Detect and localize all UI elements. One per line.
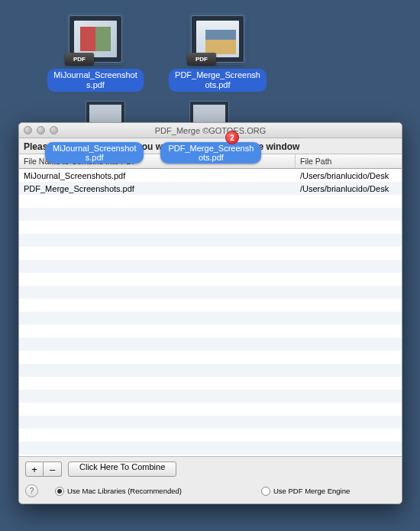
drag-label: MiJournal_Screenshot s.pdf <box>45 142 144 164</box>
radio-icon[interactable] <box>55 487 64 496</box>
drag-label: PDF_Merge_Screensh ots.pdf <box>160 142 261 164</box>
desktop-icons: PDF MiJournal_Screenshot s.pdf PDF PDF_M… <box>53 15 260 92</box>
radio-icon[interactable] <box>261 487 270 496</box>
cell-filepath: /Users/brianlucido/Desk <box>296 184 402 193</box>
table-body[interactable]: MiJournal_Screenshots.pdf /Users/brianlu… <box>19 169 402 457</box>
file-label: PDF_Merge_Screensh ots.pdf <box>169 69 267 92</box>
cell-filename: PDF_Merge_Screenshots.pdf <box>19 184 296 193</box>
radio-label: Use PDF Merge Engine <box>273 487 350 495</box>
desktop-file-mijournal[interactable]: PDF MiJournal_Screenshot s.pdf <box>53 15 137 92</box>
options-bar: ? Use Mac Libraries (Recommended) Use PD… <box>19 481 402 503</box>
drag-count-badge: 2 <box>225 131 239 144</box>
cell-filename: MiJournal_Screenshots.pdf <box>19 171 296 180</box>
radio-mac-libraries[interactable]: Use Mac Libraries (Recommended) <box>55 487 182 496</box>
remove-button[interactable]: – <box>44 461 62 477</box>
radio-pdf-engine[interactable]: Use PDF Merge Engine <box>261 487 350 496</box>
titlebar[interactable]: PDF_Merge ©GOTOES.ORG <box>19 123 402 138</box>
window-title: PDF_Merge ©GOTOES.ORG <box>19 126 402 135</box>
help-button[interactable]: ? <box>25 484 38 497</box>
cell-filepath: /Users/brianlucido/Desk <box>296 171 402 180</box>
pdf-badge-icon: PDF <box>187 53 216 65</box>
file-label: MiJournal_Screenshot s.pdf <box>47 69 143 92</box>
column-header-filepath[interactable]: File Path <box>296 154 402 168</box>
app-window: PDF_Merge ©GOTOES.ORG Please Drag the PD… <box>18 122 402 504</box>
pdf-file-icon: PDF <box>191 15 244 63</box>
add-button[interactable]: + <box>25 461 44 477</box>
pdf-badge-icon: PDF <box>65 53 94 65</box>
bottom-toolbar: + – Click Here To Combine <box>19 457 402 481</box>
pdf-file-icon: PDF <box>69 15 122 63</box>
radio-label: Use Mac Libraries (Recommended) <box>67 487 182 495</box>
table-row[interactable]: PDF_Merge_Screenshots.pdf /Users/brianlu… <box>19 182 402 195</box>
combine-button[interactable]: Click Here To Combine <box>68 461 176 477</box>
drag-label-group: MiJournal_Screenshot s.pdf PDF_Merge_Scr… <box>45 142 261 164</box>
desktop-file-pdfmerge[interactable]: PDF PDF_Merge_Screensh ots.pdf <box>176 15 260 92</box>
table-row[interactable]: MiJournal_Screenshots.pdf /Users/brianlu… <box>19 169 402 182</box>
